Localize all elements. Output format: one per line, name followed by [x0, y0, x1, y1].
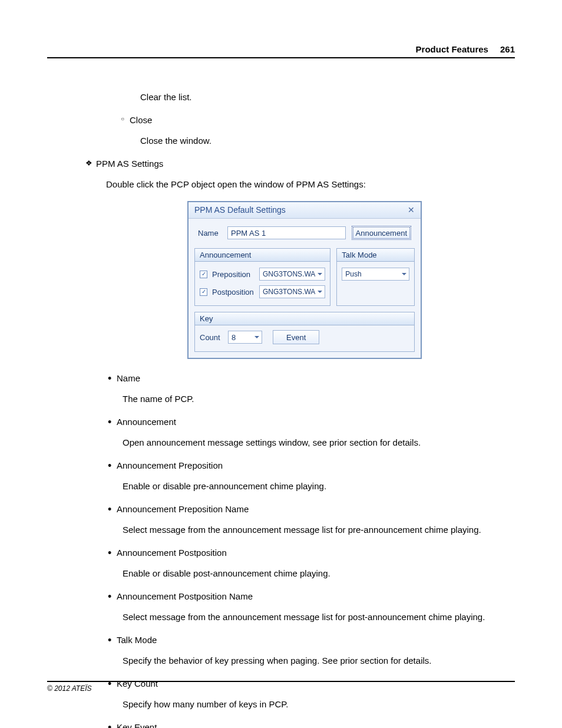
count-label: Count [200, 333, 223, 342]
desc-ann-postposition-name: Select message from the announcement mes… [123, 611, 515, 623]
close-label: Close [130, 115, 152, 125]
panel-announcement-header: Announcement [195, 249, 330, 262]
page-header: Product Features 261 [47, 44, 515, 58]
panel-key: Key Count 8 Event [194, 312, 415, 352]
text-close-desc: Close the window. [140, 134, 515, 147]
dialog-title: PPM AS Default Settings [194, 205, 286, 215]
chevron-down-icon [318, 291, 322, 293]
postposition-value: GNG3TONS.WA [263, 288, 315, 296]
item-announcement: Announcement [106, 416, 515, 428]
talk-mode-select[interactable]: Push [342, 268, 409, 281]
desc-ann-preposition: Enable or disable pre-announcement chime… [123, 480, 515, 492]
desc-ann-postposition: Enable or disable post-announcement chim… [123, 567, 515, 579]
page-number: 261 [500, 44, 515, 54]
item-ann-postposition-name: Announcement Postposition Name [106, 590, 515, 602]
postposition-select[interactable]: GNG3TONS.WA [259, 285, 325, 298]
panel-announcement: Announcement ✓ Preposition GNG3TONS.WA ✓ [194, 248, 330, 306]
preposition-select[interactable]: GNG3TONS.WA [259, 268, 325, 281]
desc-name: The name of PCP. [123, 393, 515, 405]
desc-ann-preposition-name: Select message from the announcement mes… [123, 523, 515, 536]
count-value: 8 [232, 333, 252, 342]
event-button[interactable]: Event [273, 330, 319, 344]
name-input[interactable] [227, 226, 346, 239]
text-clear-list: Clear the list. [140, 91, 515, 103]
section-intro: Double click the PCP object open the win… [106, 178, 515, 190]
desc-key-count: Specify how many number of keys in PCP. [123, 698, 515, 710]
dialog-titlebar: PPM AS Default Settings ✕ [189, 202, 421, 219]
count-select[interactable]: 8 [228, 331, 262, 344]
chevron-down-icon [318, 273, 322, 275]
panel-key-header: Key [195, 312, 414, 325]
item-close: Close [121, 114, 515, 126]
announcement-button[interactable]: Announcement [352, 226, 411, 240]
desc-announcement: Open announcement message settings windo… [123, 436, 515, 449]
chevron-down-icon [254, 336, 259, 338]
item-talk-mode: Talk Mode [106, 634, 515, 646]
item-name: Name [106, 372, 515, 384]
panel-talk-header: Talk Mode [337, 249, 414, 262]
talk-mode-value: Push [345, 270, 399, 278]
chevron-down-icon [402, 273, 406, 275]
footer-copyright: © 2012 ATEÏS [47, 681, 515, 693]
postposition-label: Postposition [212, 288, 254, 297]
desc-talk-mode: Specify the behavior of key pressing whe… [123, 654, 515, 667]
section-title: PPM AS Settings [96, 159, 163, 169]
item-ann-preposition-name: Announcement Preposition Name [106, 503, 515, 515]
item-ann-postposition: Announcement Postposition [106, 546, 515, 559]
name-label: Name [198, 229, 222, 238]
postposition-checkbox[interactable]: ✓ [200, 288, 207, 296]
preposition-label: Preposition [212, 270, 254, 279]
panel-talk-mode: Talk Mode Push [336, 248, 415, 306]
item-key-event: Key Event [106, 721, 515, 728]
preposition-value: GNG3TONS.WA [263, 270, 315, 278]
item-ann-preposition: Announcement Preposition [106, 459, 515, 472]
preposition-checkbox[interactable]: ✓ [200, 271, 207, 278]
close-icon[interactable]: ✕ [406, 205, 416, 215]
dialog-ppm-as-settings: PPM AS Default Settings ✕ Name Announcem… [187, 201, 422, 359]
header-title: Product Features [416, 44, 488, 54]
section-ppm-as-settings: PPM AS Settings [85, 157, 515, 170]
